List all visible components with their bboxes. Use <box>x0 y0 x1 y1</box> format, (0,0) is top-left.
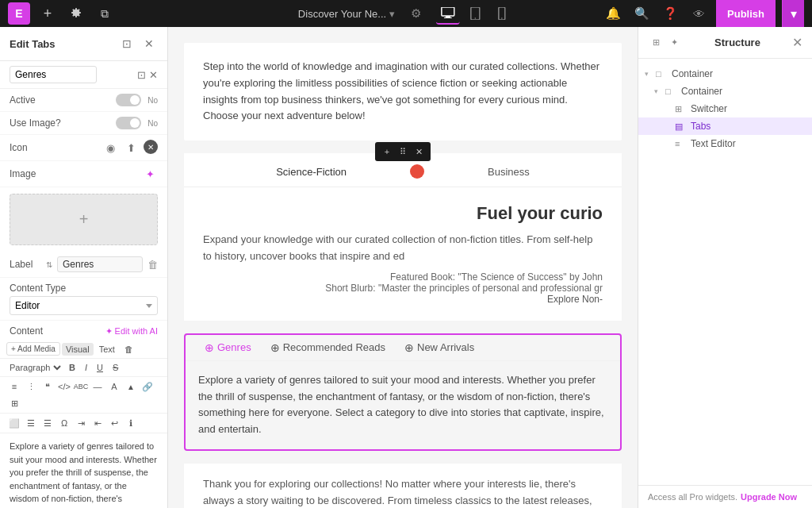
tree-item-switcher[interactable]: ⊞ Switcher <box>638 100 812 117</box>
svg-rect-1 <box>446 16 450 17</box>
tree-item-container1[interactable]: ▾ □ Container <box>638 65 812 83</box>
use-image-row: Use Image? No <box>0 112 167 135</box>
switcher-move-btn[interactable]: ⠿ <box>396 144 410 159</box>
active-toggle-text: No <box>147 96 158 105</box>
strikethrough-btn[interactable]: S <box>109 361 122 374</box>
editor-delete-btn[interactable]: 🗑 <box>121 343 137 356</box>
panel-close-icon[interactable]: ✕ <box>140 35 158 52</box>
genres-copy-btn[interactable]: ⊡ <box>137 69 146 81</box>
genres-tab[interactable]: ⊕ Genres <box>195 335 261 360</box>
bold-btn[interactable]: B <box>65 361 79 374</box>
text-btn[interactable]: Text <box>95 343 119 356</box>
active-row: Active No <box>0 89 167 112</box>
mobile-icon[interactable] <box>490 2 514 25</box>
image-placeholder[interactable]: + <box>10 194 158 245</box>
switcher-tab1[interactable]: Science-Fiction <box>276 166 347 178</box>
align-right-btn[interactable]: Ω <box>56 415 72 431</box>
add-icon[interactable]: + <box>36 2 59 25</box>
right-panel-close[interactable]: ✕ <box>792 35 802 50</box>
highlight-btn[interactable]: ▲ <box>123 379 139 394</box>
indent-btn[interactable]: ⇥ <box>73 415 89 431</box>
topbar: E + ⧉ Discover Your Ne... ▾ ⚙ 🔔 🔍 ❓ 👁 <box>0 0 812 27</box>
recommended-tab[interactable]: ⊕ Recommended Reads <box>261 335 395 360</box>
visual-btn[interactable]: Visual <box>62 343 94 356</box>
right-tab-style[interactable]: ✦ <box>666 35 683 50</box>
link-btn[interactable]: 🔗 <box>140 379 155 394</box>
abc-btn[interactable]: ABC <box>73 379 89 394</box>
settings-icon[interactable] <box>65 2 87 25</box>
icon-upload-btn[interactable]: ⬆ <box>123 140 139 156</box>
tablet-icon[interactable] <box>463 2 487 25</box>
notifications-icon[interactable]: 🔔 <box>602 2 624 25</box>
label-value[interactable]: Genres <box>57 256 143 272</box>
tree-item-container2[interactable]: ▾ □ Container <box>638 83 812 100</box>
logo-icon[interactable]: E <box>8 2 30 25</box>
tree-item-tabs[interactable]: ▤ Tabs <box>638 117 812 135</box>
content-type-select[interactable]: Editor <box>10 296 158 315</box>
align-left-btn[interactable]: ⬜ <box>6 415 22 431</box>
active-label: Active <box>10 94 36 106</box>
content-title: Fuel your curio <box>203 203 603 224</box>
edit-ai-button[interactable]: ✦ Edit with AI <box>105 326 158 337</box>
right-tabs: ⊞ ✦ <box>648 35 683 50</box>
help-icon[interactable]: ❓ <box>659 2 681 25</box>
undo-btn[interactable]: ↩ <box>106 415 122 431</box>
use-image-toggle[interactable] <box>116 117 141 129</box>
label-field-label: Label <box>10 259 41 270</box>
image-magic-btn[interactable]: ✦ <box>142 166 158 182</box>
icon-row: Icon ◉ ⬆ ✕ <box>0 135 167 161</box>
footer-text: Thank you for exploring our collections!… <box>203 476 603 508</box>
list-unordered-btn[interactable]: ≡ <box>6 379 22 394</box>
use-image-toggle-text: No <box>147 119 158 128</box>
site-name[interactable]: Discover Your Ne... ▾ <box>298 8 395 20</box>
switcher-add-btn[interactable]: + <box>380 144 394 159</box>
tab-content-area: Fuel your curio Expand your knowledge wi… <box>184 187 622 321</box>
site-settings-icon[interactable]: ⚙ <box>404 2 427 25</box>
blockquote-btn[interactable]: ❝ <box>40 379 56 394</box>
outdent-btn[interactable]: ⇤ <box>90 415 105 431</box>
genres-tabs-header: ⊕ Genres ⊕ Recommended Reads ⊕ New Arriv… <box>186 335 620 361</box>
icon-delete-btn[interactable]: ✕ <box>144 140 158 154</box>
label-tag-icon: ⇅ <box>46 260 52 269</box>
right-tab-layout[interactable]: ⊞ <box>648 35 665 50</box>
preview-icon[interactable]: 👁 <box>688 2 710 25</box>
minus-btn[interactable]: — <box>90 379 105 394</box>
code-btn[interactable]: </> <box>56 379 72 394</box>
switcher-close-btn[interactable]: ✕ <box>412 144 426 159</box>
search-icon[interactable]: 🔍 <box>630 2 653 25</box>
tree-item-text-editor[interactable]: ≡ Text Editor <box>638 135 812 152</box>
switcher-tab2[interactable]: Business <box>488 166 530 178</box>
panel-header: Edit Tabs ⊡ ✕ <box>0 27 167 61</box>
upgrade-now-link[interactable]: Upgrade Now <box>741 492 797 502</box>
explore-link[interactable]: Explore Non- <box>203 294 603 305</box>
icon-actions: ◉ ⬆ ✕ <box>102 140 158 156</box>
desktop-icon[interactable] <box>436 2 460 25</box>
image-row: Image ✦ <box>0 161 167 187</box>
publish-chevron[interactable]: ▾ <box>782 0 804 27</box>
tree-tabs-label: Tabs <box>691 121 710 132</box>
label-delete-btn[interactable]: 🗑 <box>147 259 158 271</box>
publish-button[interactable]: Publish <box>716 0 776 27</box>
content-type-row: Content Type Editor <box>0 278 167 321</box>
new-arrivals-tab[interactable]: ⊕ New Arrivals <box>395 335 484 360</box>
align-justify-btn[interactable]: ☰ <box>40 415 56 431</box>
italic-btn[interactable]: I <box>81 361 91 374</box>
tree-text-editor-label: Text Editor <box>691 138 736 149</box>
panel-copy-icon[interactable]: ⊡ <box>118 35 136 52</box>
paragraph-select[interactable]: Paragraph <box>6 362 63 373</box>
list-ordered-btn[interactable]: ⋮ <box>23 379 39 394</box>
right-panel-footer: Access all Pro widgets. Upgrade Now <box>638 485 812 508</box>
icon-view-btn[interactable]: ◉ <box>102 140 118 156</box>
add-media-btn[interactable]: + Add Media <box>6 342 60 356</box>
active-toggle[interactable] <box>116 94 141 106</box>
underline-btn[interactable]: U <box>93 361 107 374</box>
left-panel: Edit Tabs ⊡ ✕ ⊡ ✕ Active No Use Image? <box>0 27 168 508</box>
table-btn[interactable]: ⊞ <box>6 395 22 411</box>
editor-text-content[interactable]: Explore a variety of genres tailored to … <box>0 433 167 508</box>
redo-help-btn[interactable]: ℹ <box>123 415 139 431</box>
align-center-btn[interactable]: ☰ <box>23 415 39 431</box>
font-color-btn[interactable]: A <box>106 379 122 394</box>
layers-icon[interactable]: ⧉ <box>94 2 116 25</box>
genres-input[interactable] <box>10 66 97 83</box>
genres-delete-btn[interactable]: ✕ <box>149 69 158 81</box>
